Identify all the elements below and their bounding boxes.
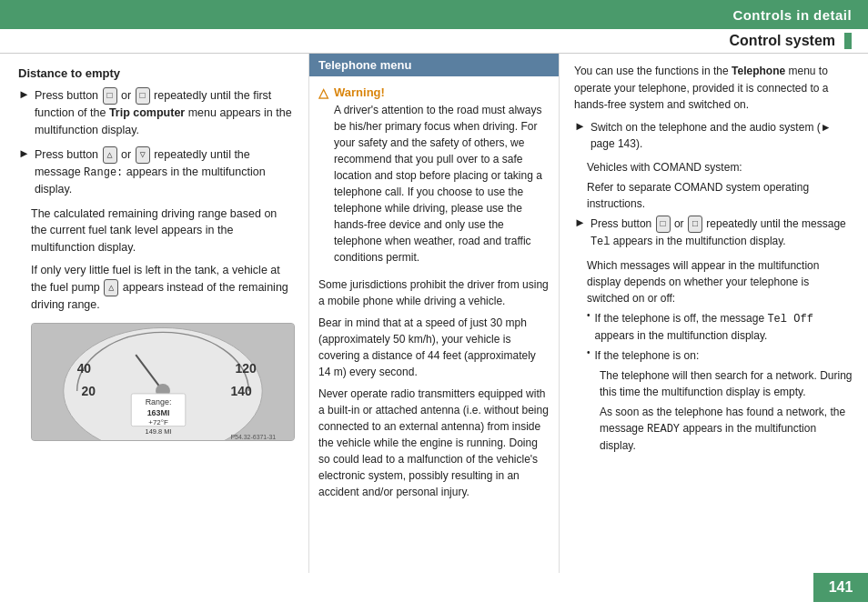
main-content: Distance to empty ► Press button □ or □ …: [0, 54, 868, 573]
tel-header: Telephone menu: [309, 54, 559, 76]
tel-body: △ Warning! A driver's attention to the r…: [309, 76, 559, 513]
header-title: Controls in detail: [732, 7, 852, 23]
svg-text:40: 40: [77, 361, 92, 376]
fuel-pump-icon: △: [104, 279, 118, 296]
sub-header: Control system: [0, 29, 868, 54]
right-dot-2a: The telephone will then search for a net…: [600, 367, 853, 400]
warning-icon: △: [318, 84, 328, 271]
right-dot-text-2: If the telephone is on:: [595, 347, 700, 364]
bullet-text-1: Press button □ or □ repeatedly until the…: [35, 87, 294, 139]
right-col: You can use the functions in the Telepho…: [560, 54, 868, 573]
right-bullet-2: ► Press button □ or □ repeatedly until t…: [574, 216, 853, 250]
sub-header-bar: [844, 33, 852, 49]
right-indent-1b: Refer to separate COMAND system operatin…: [587, 179, 853, 212]
btn-icon-up[interactable]: △: [103, 146, 117, 164]
dot-icon-2: •: [587, 347, 590, 364]
right-dot-1: • If the telephone is off, the message T…: [587, 310, 853, 344]
btn-icon-down[interactable]: ▽: [136, 146, 150, 164]
btn-icon-trip1[interactable]: □: [103, 87, 117, 105]
right-bullet-text-1: Switch on the telephone and the audio sy…: [590, 119, 853, 152]
right-dot-2b: As soon as the telephone has found a net…: [600, 404, 853, 454]
tel-para3: Bear in mind that at a speed of just 30 …: [318, 315, 550, 380]
right-dot-2: • If the telephone is on:: [587, 347, 853, 364]
header-bar: Controls in detail: [0, 0, 868, 29]
svg-text:P54.32-6371-31: P54.32-6371-31: [230, 433, 276, 439]
svg-text:149.8 MI: 149.8 MI: [146, 426, 172, 435]
right-dot-text-1: If the telephone is off, the message Tel…: [595, 310, 853, 344]
right-intro: You can use the functions in the Telepho…: [574, 63, 853, 114]
right-btn2[interactable]: □: [688, 216, 702, 233]
svg-text:20: 20: [82, 384, 96, 398]
warning-text: A driver's attention to the road must al…: [334, 102, 550, 266]
warning-box: △ Warning! A driver's attention to the r…: [318, 84, 550, 271]
tel-para2: Some jurisdictions prohibit the driver f…: [318, 276, 550, 309]
bullet-arrow-2: ►: [18, 146, 30, 198]
bullet-item-2: ► Press button △ or ▽ repeatedly until t…: [18, 146, 294, 198]
btn-icon-trip2[interactable]: □: [136, 87, 150, 105]
footer-row: 141: [0, 573, 868, 602]
svg-text:+72°F: +72°F: [148, 417, 168, 426]
svg-text:140: 140: [230, 384, 251, 398]
svg-text:Range:: Range:: [146, 396, 172, 406]
middle-col: Telephone menu △ Warning! A driver's att…: [309, 54, 560, 573]
svg-text:120: 120: [235, 361, 256, 376]
page-number-box: 141: [813, 573, 868, 602]
tel-para4: Never operate radio transmitters equippe…: [318, 386, 550, 500]
left-section-title: Distance to empty: [18, 66, 294, 80]
right-bullet-arrow-2: ►: [574, 216, 586, 250]
left-col: Distance to empty ► Press button □ or □ …: [0, 54, 309, 573]
svg-text:163MI: 163MI: [147, 407, 170, 416]
bullet-item-1: ► Press button □ or □ repeatedly until t…: [18, 87, 294, 139]
right-bullet-1: ► Switch on the telephone and the audio …: [574, 119, 853, 152]
bullet-text-2: Press button △ or ▽ repeatedly until the…: [35, 146, 294, 198]
dot-icon-1: •: [587, 310, 590, 344]
footer-spacer: [0, 573, 813, 602]
warning-content: Warning! A driver's attention to the roa…: [334, 84, 550, 271]
sub-header-title: Control system: [730, 33, 835, 49]
warning-title: Warning!: [334, 84, 550, 102]
right-btn1[interactable]: □: [656, 216, 671, 233]
sub-text-2: If only very little fuel is left in the …: [31, 262, 294, 314]
right-bullet-arrow-1: ►: [574, 119, 586, 152]
sub-text-1: The calculated remaining driving range b…: [31, 206, 294, 256]
bullet-arrow-1: ►: [18, 87, 30, 139]
right-bullet-text-2: Press button □ or □ repeatedly until the…: [590, 216, 853, 250]
right-indent-2: Which messages will appear in the multif…: [587, 257, 853, 306]
right-indent-1a: Vehicles with COMAND system:: [587, 159, 853, 176]
fuel-image: 20 40 120 140 Range: 163MI +72°F 149.8 M…: [31, 323, 295, 441]
